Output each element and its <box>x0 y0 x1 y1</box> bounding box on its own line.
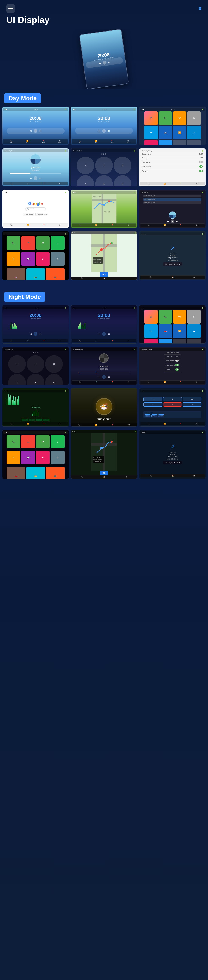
night-nav-f-1[interactable]: 📞 <box>78 424 80 426</box>
nav-auto-s[interactable]: ⊞ <box>196 183 198 185</box>
cp-spotify[interactable]: ♪ <box>51 236 64 250</box>
nav-m-2[interactable]: 📶 <box>95 224 97 226</box>
next-1[interactable]: ⏭ <box>39 130 41 132</box>
track-btn-3[interactable]: TRACK3 <box>36 419 42 421</box>
day-maps-screen[interactable]: ●●● 🔋 S Glencoe Rd E Camelot Rd 📞 📶 <box>71 190 137 228</box>
setting-auto-answer[interactable]: Auto answer <box>140 160 205 164</box>
nav-g-1[interactable]: 📞 <box>10 224 13 226</box>
cp-messages[interactable]: 💬 <box>21 252 35 266</box>
toggle-auto-answer[interactable] <box>199 161 203 163</box>
nav-cm-1[interactable]: 📞 <box>81 277 83 279</box>
track-btn-1[interactable]: TRACK1 <box>22 419 28 421</box>
nav-bt-s[interactable]: 📶 <box>164 183 166 185</box>
night-setting-power[interactable]: Power <box>164 368 181 372</box>
night-nav-mn-2[interactable]: 📶 <box>164 423 166 425</box>
night-nav-ncm-1[interactable]: 📞 <box>81 476 83 478</box>
night-nav-w-2[interactable]: 📶 <box>27 423 29 425</box>
nav-cm-3[interactable]: ⊞ <box>126 277 127 279</box>
app-extra-2[interactable]: 🔊 <box>187 140 200 145</box>
day-bt-settings-screen[interactable]: Bluetooth_Settings 🔋 Device name CarBT D… <box>139 148 206 186</box>
app-maps-icon[interactable]: 🗺 <box>173 111 186 125</box>
night-nav-2-2[interactable]: 🎵 <box>95 340 97 342</box>
play-2[interactable]: ⏸ <box>102 129 106 133</box>
play-1[interactable]: ⏸ <box>33 129 37 133</box>
cp-waze[interactable]: 🚗 <box>6 268 25 280</box>
day-carplay-home[interactable]: ●●● 🔋 📞 🎵 🗺 ♪ 🎙 💬 ▶ ⚙ 🚗 📻 📺 📞 <box>2 231 69 280</box>
night-nav-m-1[interactable]: 📞 <box>79 381 81 383</box>
night-app-maps[interactable]: 🗺 <box>173 310 186 323</box>
night-cp-nflx[interactable]: 📺 <box>46 466 64 479</box>
day-carplay-maps[interactable]: 18:18 🔋 Sunny Coffee Modern Restaurant 1… <box>71 231 137 280</box>
night-bt-music-screen[interactable]: Bluetooth_Music 🔋 Music Title Music Albu… <box>71 347 137 385</box>
prev-button[interactable]: ⏮ <box>99 62 101 65</box>
nav-s-2[interactable]: 📶 <box>164 224 166 226</box>
night-key-4[interactable]: 4 <box>8 374 26 385</box>
night-nav-w-4[interactable]: ⊞ <box>59 423 60 425</box>
night-app-telegram[interactable]: ✈ <box>144 324 158 338</box>
night-app-extra-1[interactable]: 📷 <box>173 339 186 344</box>
night-nav-ncn-2[interactable]: 🏠 <box>172 475 174 477</box>
night-nav-1-4[interactable]: ⊞ <box>59 340 60 342</box>
night-cp-spotify[interactable]: ♪ <box>51 435 64 449</box>
play-button[interactable]: ⏸ <box>102 60 107 65</box>
night-next-2[interactable]: ⏭ <box>108 333 110 335</box>
nav-s-1[interactable]: 📞 <box>148 224 150 226</box>
nav-s-4[interactable]: ⊞ <box>196 224 198 226</box>
food-prev[interactable]: ⏮ <box>98 418 101 421</box>
day-home-screen-2[interactable]: ●●● 20:08 🔋 20:08 Bluetooth_Music ⏮ ⏸ ⏭ … <box>71 107 137 145</box>
route-opt-1[interactable]: Route A <box>145 414 150 417</box>
key-5[interactable]: 5 <box>95 175 113 186</box>
night-app-weather[interactable]: ☁ <box>187 324 200 338</box>
night-nav-2-4[interactable]: ⊞ <box>128 340 129 342</box>
app-waze-icon[interactable]: 🚗 <box>159 126 172 139</box>
night-key-6[interactable]: 6 <box>45 374 63 385</box>
app-weather-icon[interactable]: ☁ <box>187 126 200 139</box>
night-nav-1-1[interactable]: 📞 <box>10 340 13 342</box>
map-btn-5[interactable]: ↓ <box>163 402 182 407</box>
night-prev-2[interactable]: ⏮ <box>98 333 100 335</box>
nav-gps-s[interactable]: 📍 <box>180 183 182 185</box>
cp-phone[interactable]: 📞 <box>6 236 20 250</box>
night-toggle-power[interactable] <box>175 369 179 371</box>
night-settings-screen[interactable]: Bluetooth_Settings 🔋 Device name CarBT D… <box>139 347 206 385</box>
cp-music[interactable]: 🎵 <box>21 236 35 250</box>
map-btn-4[interactable]: ← <box>143 402 162 407</box>
route-opt-3[interactable]: Route C <box>158 414 164 417</box>
night-toggle-auto-connect[interactable] <box>175 364 179 366</box>
app-phone-icon[interactable]: 📞 <box>159 111 172 125</box>
food-play[interactable]: ▶ <box>103 418 105 421</box>
app-youtube-icon[interactable]: ▶ <box>144 140 158 145</box>
night-home-screen-1[interactable]: ●●● 20:08 🔋 20:08 Bluetooth_Music ⏮ ⏸ <box>2 305 69 344</box>
night-key-5[interactable]: 5 <box>27 374 44 385</box>
night-nav-mn-1[interactable]: 📞 <box>148 423 150 425</box>
media-next[interactable]: ⏭ <box>179 263 180 265</box>
night-app-music[interactable]: 🎵 <box>144 310 158 323</box>
app-bt-icon[interactable]: 📶 <box>173 126 186 139</box>
night-key-3[interactable]: 3 <box>45 355 63 373</box>
prev-music[interactable]: ⏮ <box>30 177 32 179</box>
cp-podcast[interactable]: 🎙 <box>6 252 20 266</box>
night-cp-phone[interactable]: 📞 <box>6 435 20 449</box>
track-btn-4[interactable]: TRACK4 <box>43 419 49 421</box>
night-next-1[interactable]: ⏭ <box>39 333 41 335</box>
night-nav-ncn-1[interactable]: 📞 <box>150 475 152 477</box>
song-item-1[interactable]: 华夏_lll.FLAC.mp3 <box>143 194 201 197</box>
night-cp-waze[interactable]: 🚗 <box>6 466 25 479</box>
night-map-nav-screen[interactable]: ●●● 🔋 ↑ ⊕ ⊖ ← ↓ → Route Display Route A … <box>139 388 206 426</box>
night-nav-s-3[interactable]: 📍 <box>180 381 182 383</box>
app-settings-icon[interactable]: ⚙ <box>187 111 200 125</box>
day-carplay-nav[interactable]: 18:01 🔋 ↗ Start onGalagherTongue Road 10… <box>139 231 206 280</box>
nav-apps-2[interactable]: ⊞AUTO <box>127 140 129 143</box>
key-4[interactable]: 4 <box>77 175 94 186</box>
key-3[interactable]: 3 <box>114 157 131 174</box>
night-nav-1-2[interactable]: 🎵 <box>27 340 29 342</box>
nav-call-2[interactable]: 📞DIAL <box>79 140 81 143</box>
nav-call[interactable]: 📞DIAL <box>10 140 12 143</box>
cp-settings[interactable]: ⚙ <box>51 252 64 266</box>
night-setting-auto-ans[interactable]: Auto answer <box>164 358 181 363</box>
night-nav-w-1[interactable]: 📞 <box>10 423 13 425</box>
google-lucky-btn[interactable]: I'm Feeling Lucky <box>35 213 48 216</box>
menu-button[interactable] <box>6 4 15 13</box>
night-carplay-home[interactable]: ●●● 🔋 📞 🎵 🗺 ♪ 🎙 💬 ▶ ⚙ 🚗 📻 📺 📞 <box>2 430 69 479</box>
night-food-screen[interactable]: 🍜 Night Drive Cuisine ⏮ ▶ ⏭ 📞 📶 📍 ⊞ <box>71 388 137 426</box>
